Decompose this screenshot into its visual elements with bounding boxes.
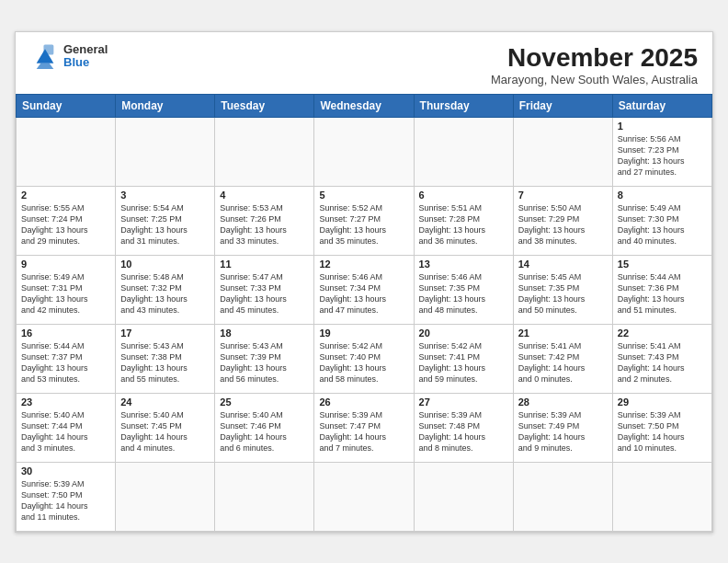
calendar-cell: 28Sunrise: 5:39 AM Sunset: 7:49 PM Dayli…: [513, 393, 612, 462]
week-row-5: 23Sunrise: 5:40 AM Sunset: 7:44 PM Dayli…: [17, 393, 712, 462]
day-info: Sunrise: 5:46 AM Sunset: 7:34 PM Dayligh…: [319, 271, 408, 316]
weekday-header-saturday: Saturday: [612, 94, 711, 117]
calendar-cell: 25Sunrise: 5:40 AM Sunset: 7:46 PM Dayli…: [215, 393, 314, 462]
weekday-header-sunday: Sunday: [17, 94, 116, 117]
logo-text: General Blue: [63, 43, 108, 70]
day-number: 19: [319, 327, 408, 339]
week-row-1: 1Sunrise: 5:56 AM Sunset: 7:23 PM Daylig…: [17, 117, 712, 186]
weekday-header-friday: Friday: [513, 94, 612, 117]
calendar-cell: 9Sunrise: 5:49 AM Sunset: 7:31 PM Daylig…: [17, 255, 116, 324]
weekday-header-monday: Monday: [116, 94, 215, 117]
day-number: 24: [120, 396, 210, 408]
calendar-cell: 20Sunrise: 5:42 AM Sunset: 7:41 PM Dayli…: [414, 324, 513, 393]
day-number: 23: [21, 396, 110, 408]
calendar-cell: 10Sunrise: 5:48 AM Sunset: 7:32 PM Dayli…: [116, 255, 215, 324]
day-info: Sunrise: 5:46 AM Sunset: 7:35 PM Dayligh…: [419, 271, 508, 316]
weekday-header-thursday: Thursday: [414, 94, 513, 117]
day-number: 30: [21, 465, 110, 477]
day-info: Sunrise: 5:41 AM Sunset: 7:42 PM Dayligh…: [518, 340, 608, 385]
day-info: Sunrise: 5:39 AM Sunset: 7:47 PM Dayligh…: [319, 409, 408, 454]
calendar-cell: [513, 117, 612, 186]
day-number: 9: [21, 259, 110, 270]
day-number: 3: [120, 190, 210, 201]
day-info: Sunrise: 5:39 AM Sunset: 7:48 PM Dayligh…: [419, 409, 508, 454]
day-number: 12: [319, 259, 408, 270]
calendar-cell: [414, 117, 513, 186]
calendar-cell: 19Sunrise: 5:42 AM Sunset: 7:40 PM Dayli…: [314, 324, 414, 393]
day-number: 13: [419, 259, 508, 270]
day-info: Sunrise: 5:49 AM Sunset: 7:30 PM Dayligh…: [618, 202, 707, 247]
weekday-header-tuesday: Tuesday: [215, 94, 314, 117]
calendar-cell: 6Sunrise: 5:51 AM Sunset: 7:28 PM Daylig…: [414, 186, 513, 255]
calendar-cell: 22Sunrise: 5:41 AM Sunset: 7:43 PM Dayli…: [612, 324, 711, 393]
day-number: 1: [618, 121, 707, 132]
calendar-cell: 21Sunrise: 5:41 AM Sunset: 7:42 PM Dayli…: [513, 324, 612, 393]
day-info: Sunrise: 5:50 AM Sunset: 7:29 PM Dayligh…: [518, 202, 608, 247]
weekday-header-row: SundayMondayTuesdayWednesdayThursdayFrid…: [17, 94, 712, 117]
location: Marayong, New South Wales, Australia: [491, 73, 698, 86]
calendar-table: SundayMondayTuesdayWednesdayThursdayFrid…: [16, 94, 712, 532]
calendar-cell: 30Sunrise: 5:39 AM Sunset: 7:50 PM Dayli…: [17, 462, 116, 531]
calendar-thead: SundayMondayTuesdayWednesdayThursdayFrid…: [17, 94, 712, 117]
week-row-3: 9Sunrise: 5:49 AM Sunset: 7:31 PM Daylig…: [17, 255, 712, 324]
day-number: 17: [120, 327, 210, 339]
day-number: 6: [419, 190, 508, 201]
day-number: 25: [220, 396, 309, 408]
calendar-cell: 15Sunrise: 5:44 AM Sunset: 7:36 PM Dayli…: [612, 255, 711, 324]
day-number: 28: [518, 396, 608, 408]
week-row-6: 30Sunrise: 5:39 AM Sunset: 7:50 PM Dayli…: [17, 462, 712, 531]
day-info: Sunrise: 5:54 AM Sunset: 7:25 PM Dayligh…: [120, 202, 210, 247]
day-info: Sunrise: 5:45 AM Sunset: 7:35 PM Dayligh…: [518, 271, 608, 316]
day-number: 15: [618, 259, 707, 270]
calendar-cell: [17, 117, 116, 186]
calendar-cell: 16Sunrise: 5:44 AM Sunset: 7:37 PM Dayli…: [17, 324, 116, 393]
day-number: 27: [419, 396, 508, 408]
calendar-cell: 24Sunrise: 5:40 AM Sunset: 7:45 PM Dayli…: [116, 393, 215, 462]
day-number: 20: [419, 327, 508, 339]
logo: General Blue: [30, 43, 108, 70]
calendar-cell: 12Sunrise: 5:46 AM Sunset: 7:34 PM Dayli…: [314, 255, 414, 324]
weekday-header-wednesday: Wednesday: [314, 94, 414, 117]
day-number: 21: [518, 327, 608, 339]
day-info: Sunrise: 5:44 AM Sunset: 7:36 PM Dayligh…: [618, 271, 707, 316]
calendar-cell: [314, 117, 414, 186]
calendar-header: General Blue November 2025 Marayong, New…: [16, 32, 712, 94]
calendar-cell: [414, 462, 513, 531]
day-number: 11: [220, 259, 309, 270]
svg-marker-1: [37, 63, 54, 69]
day-info: Sunrise: 5:39 AM Sunset: 7:49 PM Dayligh…: [518, 409, 608, 454]
calendar-tbody: 1Sunrise: 5:56 AM Sunset: 7:23 PM Daylig…: [17, 117, 712, 531]
day-number: 26: [319, 396, 408, 408]
day-info: Sunrise: 5:39 AM Sunset: 7:50 PM Dayligh…: [21, 478, 110, 523]
calendar-cell: [513, 462, 612, 531]
day-info: Sunrise: 5:42 AM Sunset: 7:41 PM Dayligh…: [419, 340, 508, 385]
title-block: November 2025 Marayong, New South Wales,…: [491, 43, 698, 86]
week-row-4: 16Sunrise: 5:44 AM Sunset: 7:37 PM Dayli…: [17, 324, 712, 393]
day-number: 29: [618, 396, 707, 408]
day-number: 10: [120, 259, 210, 270]
day-info: Sunrise: 5:56 AM Sunset: 7:23 PM Dayligh…: [618, 133, 707, 178]
calendar-cell: 7Sunrise: 5:50 AM Sunset: 7:29 PM Daylig…: [513, 186, 612, 255]
calendar-cell: [116, 462, 215, 531]
day-number: 14: [518, 259, 608, 270]
calendar-cell: [314, 462, 414, 531]
day-number: 16: [21, 327, 110, 339]
day-info: Sunrise: 5:48 AM Sunset: 7:32 PM Dayligh…: [120, 271, 210, 316]
day-info: Sunrise: 5:49 AM Sunset: 7:31 PM Dayligh…: [21, 271, 110, 316]
day-info: Sunrise: 5:39 AM Sunset: 7:50 PM Dayligh…: [618, 409, 707, 454]
day-info: Sunrise: 5:47 AM Sunset: 7:33 PM Dayligh…: [220, 271, 309, 316]
calendar-container: General Blue November 2025 Marayong, New…: [15, 31, 713, 533]
day-info: Sunrise: 5:55 AM Sunset: 7:24 PM Dayligh…: [21, 202, 110, 247]
day-number: 8: [618, 190, 707, 201]
day-number: 4: [220, 190, 309, 201]
calendar-cell: [215, 462, 314, 531]
day-info: Sunrise: 5:40 AM Sunset: 7:45 PM Dayligh…: [120, 409, 210, 454]
calendar-cell: 2Sunrise: 5:55 AM Sunset: 7:24 PM Daylig…: [17, 186, 116, 255]
day-number: 7: [518, 190, 608, 201]
day-info: Sunrise: 5:40 AM Sunset: 7:46 PM Dayligh…: [220, 409, 309, 454]
calendar-cell: 18Sunrise: 5:43 AM Sunset: 7:39 PM Dayli…: [215, 324, 314, 393]
calendar-cell: 4Sunrise: 5:53 AM Sunset: 7:26 PM Daylig…: [215, 186, 314, 255]
day-info: Sunrise: 5:53 AM Sunset: 7:26 PM Dayligh…: [220, 202, 309, 247]
calendar-cell: 13Sunrise: 5:46 AM Sunset: 7:35 PM Dayli…: [414, 255, 513, 324]
calendar-cell: 26Sunrise: 5:39 AM Sunset: 7:47 PM Dayli…: [314, 393, 414, 462]
